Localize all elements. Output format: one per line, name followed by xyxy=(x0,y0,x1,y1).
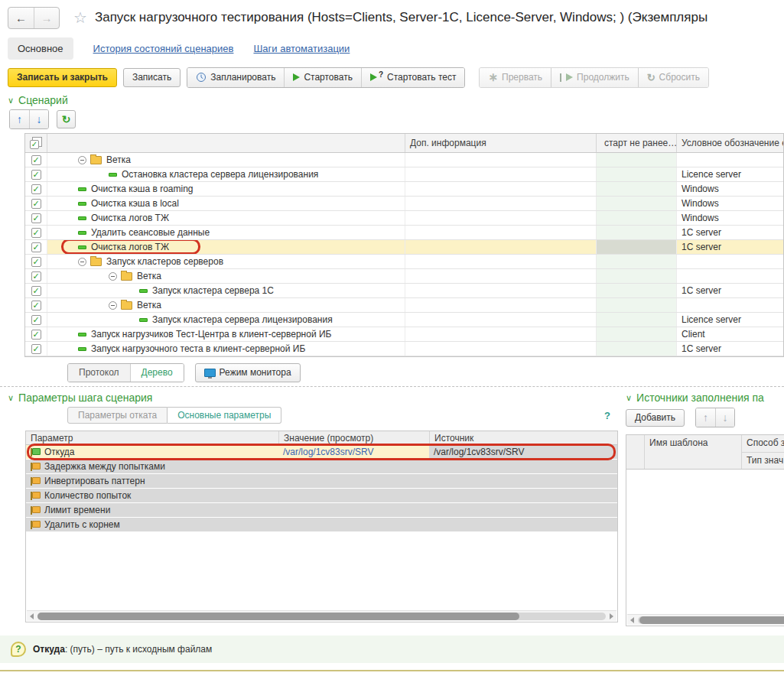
checkbox-checked-icon[interactable]: ✓ xyxy=(31,301,41,310)
scenario-row[interactable]: ✓Удалить сеансовые данные1C server xyxy=(25,226,783,240)
favorite-star-icon[interactable]: ☆ xyxy=(73,8,87,27)
resume-button[interactable]: Продолжить xyxy=(551,68,638,87)
check-all-icon[interactable]: ✓ xyxy=(30,137,42,149)
tab-main-params[interactable]: Основные параметры xyxy=(168,407,281,424)
scenario-row[interactable]: ✓Ветка xyxy=(25,269,783,284)
scenario-row[interactable]: ✓Очистка логов ТЖ1C server xyxy=(25,240,783,255)
schedule-label: Запланировать xyxy=(210,72,275,83)
checkbox-checked-icon[interactable]: ✓ xyxy=(31,330,41,340)
info-column-header[interactable]: Доп. информация xyxy=(405,134,596,152)
tab-protocol[interactable]: Протокол xyxy=(68,364,130,382)
tab-rollback-params[interactable]: Параметры отката xyxy=(67,407,168,424)
template-column-header[interactable]: Имя шаблона xyxy=(644,435,741,469)
move-up-button[interactable]: ↑ xyxy=(10,110,29,128)
scenario-row[interactable]: ✓Запуск нагрузочного теста в клиент-серв… xyxy=(25,342,783,356)
check-all-header-cell[interactable]: ✓ xyxy=(25,134,47,152)
param-row[interactable]: Удалить с корнем xyxy=(26,518,617,532)
start-test-button[interactable]: ? Стартовать тест xyxy=(361,68,465,87)
param-row[interactable]: Лимит времени xyxy=(26,503,617,518)
checkbox-checked-icon[interactable]: ✓ xyxy=(31,271,41,281)
scenario-row[interactable]: ✓Остановка кластера сервера лицензирован… xyxy=(25,167,783,182)
refresh-button[interactable]: ↻ xyxy=(57,110,76,128)
param-row[interactable]: Инвертировать паттерн xyxy=(26,474,617,489)
param-label: Лимит времени xyxy=(44,505,110,515)
resume-label: Продолжить xyxy=(577,72,629,83)
source-move-down-button[interactable]: ↓ xyxy=(715,408,734,427)
value-column-header[interactable]: Значение (просмотр) xyxy=(278,431,429,444)
scenario-section-header[interactable]: ∨ Сценарий xyxy=(8,94,784,106)
folder-icon xyxy=(121,301,132,310)
source-column-header[interactable]: Источник xyxy=(429,431,617,444)
scenario-row[interactable]: ✓Ветка xyxy=(25,153,783,167)
collapse-expander-icon[interactable] xyxy=(109,301,117,310)
scenario-toolbar: ↑ ↓ ↻ xyxy=(9,109,784,128)
tab-automation-link[interactable]: Шаги автоматизации xyxy=(253,43,350,54)
checkbox-checked-icon[interactable]: ✓ xyxy=(31,184,41,194)
designation-label: Windows xyxy=(682,213,719,223)
designation-cell xyxy=(676,255,783,268)
collapse-expander-icon[interactable] xyxy=(78,156,86,164)
extra-info-cell xyxy=(405,342,596,356)
scenario-row[interactable]: ✓Запуск кластера сервера 1С1C server xyxy=(25,284,783,298)
param-row[interactable]: Количество попыток xyxy=(26,489,617,503)
checkbox-checked-icon[interactable]: ✓ xyxy=(31,170,41,180)
scenario-row[interactable]: ✓Запуск нагрузчиков Тест-Центра в клиент… xyxy=(25,327,783,342)
checkbox-checked-icon[interactable]: ✓ xyxy=(31,155,41,165)
abort-button[interactable]: ∗ Прервать xyxy=(480,68,551,87)
move-down-button[interactable]: ↓ xyxy=(29,110,48,128)
source-move-up-button[interactable]: ↑ xyxy=(696,408,715,427)
param-row[interactable]: Откуда/var/log/1cv83srv/SRV/var/log/1cv8… xyxy=(26,445,617,460)
step-icon xyxy=(78,333,86,336)
checkbox-checked-icon[interactable]: ✓ xyxy=(31,315,41,325)
scroll-right-arrow[interactable] xyxy=(610,613,613,619)
tab-main[interactable]: Основное xyxy=(8,37,73,60)
tab-tree[interactable]: Дерево xyxy=(130,364,184,382)
scenario-row[interactable]: ✓Ветка xyxy=(25,298,783,313)
step-params-header[interactable]: ∨ Параметры шага сценария xyxy=(8,392,618,404)
scenario-row[interactable]: ✓Очистка кэша в localWindows xyxy=(25,197,783,211)
start-column-header[interactable]: старт не ранее… xyxy=(596,134,676,152)
param-column-header[interactable]: Параметр xyxy=(26,431,278,444)
checkbox-checked-icon[interactable]: ✓ xyxy=(31,286,41,296)
reset-button[interactable]: ↻ Сбросить xyxy=(638,68,708,87)
add-button[interactable]: Добавить xyxy=(626,409,685,427)
method-column-header[interactable]: Способ з xyxy=(741,435,784,452)
scroll-left-arrow[interactable] xyxy=(630,617,634,623)
tab-history-link[interactable]: История состояний сценариев xyxy=(93,43,234,54)
extra-info-cell xyxy=(405,153,596,167)
collapse-expander-icon[interactable] xyxy=(78,258,86,266)
scrollbar-thumb[interactable] xyxy=(639,616,784,624)
scenario-row[interactable]: ✓Запуск кластеров серверов xyxy=(25,255,783,269)
start-not-earlier-cell xyxy=(596,226,676,239)
checkbox-checked-icon[interactable]: ✓ xyxy=(31,228,41,238)
scrollbar-thumb[interactable] xyxy=(37,613,519,620)
name-column-header[interactable] xyxy=(47,134,405,152)
checkbox-checked-icon[interactable]: ✓ xyxy=(31,213,41,223)
value-type-column-header[interactable]: Тип знач xyxy=(741,452,784,469)
start-button[interactable]: Стартовать xyxy=(284,68,361,87)
forward-button[interactable]: → xyxy=(34,8,59,28)
help-button[interactable]: ? xyxy=(604,410,610,421)
param-row[interactable]: Задержка между попытками xyxy=(26,460,617,474)
scenario-row[interactable]: ✓Очистка логов ТЖWindows xyxy=(25,211,783,226)
monitor-mode-button[interactable]: Режим монитора xyxy=(195,363,301,382)
scenario-row[interactable]: ✓Запуск кластера сервера лицензированияL… xyxy=(25,313,783,327)
params-horizontal-scrollbar[interactable] xyxy=(27,610,616,621)
sources-horizontal-scrollbar[interactable] xyxy=(627,614,784,625)
sources-marker-column-header xyxy=(626,435,644,469)
collapse-expander-icon[interactable] xyxy=(109,272,117,281)
param-source-cell xyxy=(429,460,617,473)
designation-column-header[interactable]: Условное обозначение ед xyxy=(676,134,783,152)
checkbox-checked-icon[interactable]: ✓ xyxy=(31,242,41,252)
save-button[interactable]: Записать xyxy=(123,68,181,87)
back-button[interactable]: ← xyxy=(8,8,34,28)
checkbox-checked-icon[interactable]: ✓ xyxy=(31,257,41,267)
checkbox-checked-icon[interactable]: ✓ xyxy=(31,199,41,209)
scenario-row[interactable]: ✓Очистка кэша в roamingWindows xyxy=(25,182,783,197)
scroll-left-arrow[interactable] xyxy=(30,613,34,619)
checkbox-checked-icon[interactable]: ✓ xyxy=(31,344,41,354)
bottom-panels: ∨ Параметры шага сценария ? Параметры от… xyxy=(0,388,784,626)
fill-sources-header[interactable]: ∨ Источники заполнения па xyxy=(626,392,784,404)
schedule-button[interactable]: Запланировать xyxy=(187,68,284,87)
save-close-button[interactable]: Записать и закрыть xyxy=(8,68,117,87)
